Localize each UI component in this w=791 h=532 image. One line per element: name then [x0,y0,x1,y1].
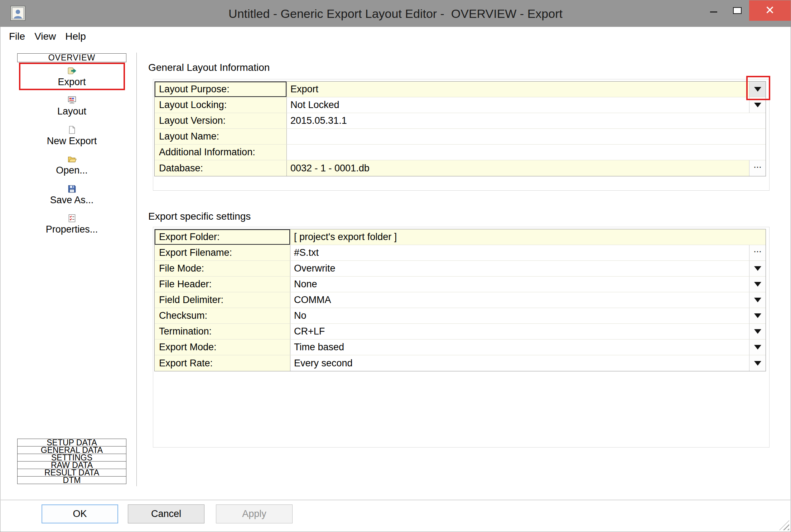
table-row-layout-locking: Layout Locking:Not Locked [155,97,766,113]
window-title: Untitled - Generic Export Layout Editor … [0,0,791,27]
general-section-title: General Layout Information [148,62,270,73]
value-export-mode[interactable]: Time based [290,340,749,355]
dropdown-export-mode[interactable] [749,340,766,355]
table-row-layout-purpose: Layout Purpose:Export [155,82,766,97]
menu-bar: FileViewHelp [1,27,790,46]
footer-divider [1,500,790,500]
table-row-file-header: File Header:None [155,277,766,292]
dropdown-termination[interactable] [749,324,766,339]
sidebar-item-new-export[interactable]: New Export [17,123,126,149]
table-row-database: Database:0032 - 1 - 0001.db... [155,160,766,176]
dropdown-file-header[interactable] [749,277,766,292]
sidebar-main-divider [136,53,137,486]
sidebar-item-label: Save As... [50,195,94,206]
value-layout-locking[interactable]: Not Locked [287,97,749,113]
value-layout-version[interactable]: 2015.05.31.1 [287,113,766,128]
value-additional-information[interactable] [287,145,766,160]
minimize-button[interactable] [702,0,725,21]
sidebar-item-label: New Export [47,136,97,147]
label-export-mode: Export Mode: [155,340,290,355]
table-row-field-delimiter: Field Delimiter:COMMA [155,292,766,308]
sidebar: OVERVIEW ExportLayoutNew ExportOpen...Sa… [17,53,126,493]
table-row-checksum: Checksum:No [155,308,766,324]
dropdown-checksum[interactable] [749,308,766,323]
dropdown-export-rate[interactable] [749,355,766,371]
minimize-icon [710,11,717,13]
value-export-folder[interactable]: [ project's export folder ] [290,229,766,245]
chevron-down-icon [754,345,761,350]
table-row-export-rate: Export Rate:Every second [155,355,766,371]
sidebar-item-layout[interactable]: Layout [17,93,126,119]
dropdown-file-mode[interactable] [749,261,766,276]
title-bar[interactable]: Untitled - Generic Export Layout Editor … [0,0,791,27]
browse-database[interactable]: ... [749,160,766,176]
table-row-export-mode: Export Mode:Time based [155,340,766,355]
menu-file[interactable]: File [4,29,30,44]
properties-icon [67,214,77,223]
value-file-header[interactable]: None [290,277,749,292]
label-export-folder: Export Folder: [155,229,290,245]
value-layout-purpose[interactable]: Export [287,82,749,97]
label-checksum: Checksum: [155,308,290,323]
apply-button[interactable]: Apply [216,504,293,523]
sidebar-item-properties[interactable]: Properties... [17,211,126,238]
layout-icon [67,96,77,105]
sidebar-item-label: Properties... [46,224,98,235]
sidebar-item-label: Layout [57,106,86,117]
label-layout-locking: Layout Locking: [155,97,287,113]
label-layout-version: Layout Version: [155,113,287,128]
value-file-mode[interactable]: Overwrite [290,261,749,276]
general-info-table: Layout Purpose:ExportLayout Locking:Not … [154,81,766,176]
label-file-header: File Header: [155,277,290,292]
export-section-title: Export specific settings [148,211,251,222]
label-layout-name: Layout Name: [155,129,287,144]
sidebar-tab-dtm[interactable]: DTM [17,476,126,484]
value-termination[interactable]: CR+LF [290,324,749,339]
chevron-down-icon [754,266,761,271]
maximize-icon [733,7,742,14]
maximize-button[interactable] [725,0,749,21]
value-database[interactable]: 0032 - 1 - 0001.db [287,160,749,176]
dropdown-field-delimiter[interactable] [749,292,766,308]
value-export-filename[interactable]: #S.txt [290,245,749,260]
new-export-icon [67,125,77,135]
chevron-down-icon [754,361,761,366]
sidebar-item-open[interactable]: Open... [17,152,126,179]
label-field-delimiter: Field Delimiter: [155,292,290,308]
table-row-layout-version: Layout Version:2015.05.31.1 [155,113,766,129]
sidebar-item-save-as[interactable]: Save As... [17,182,126,208]
save-icon [67,184,77,194]
close-button[interactable]: × [749,0,791,21]
chevron-down-icon [754,329,761,334]
label-database: Database: [155,160,287,176]
label-export-rate: Export Rate: [155,355,290,371]
value-export-rate[interactable]: Every second [290,355,749,371]
resize-grip[interactable] [779,520,789,530]
label-file-mode: File Mode: [155,261,290,276]
chevron-down-icon [754,313,761,318]
annotation-highlight-layout-purpose-dropdown [746,76,770,100]
menu-view[interactable]: View [30,29,61,44]
ok-button[interactable]: OK [42,504,118,523]
value-checksum[interactable]: No [290,308,749,323]
cancel-button[interactable]: Cancel [128,504,204,523]
export-settings-table: Export Folder:[ project's export folder … [154,229,766,371]
browse-export-filename[interactable]: ... [749,245,766,260]
table-row-file-mode: File Mode:Overwrite [155,261,766,277]
menu-help[interactable]: Help [61,29,91,44]
close-icon: × [766,3,775,18]
sidebar-bottom-tabs: SETUP DATAGENERAL DATASETTINGSRAW DATARE… [17,439,126,484]
value-field-delimiter[interactable]: COMMA [290,292,749,308]
table-row-export-folder: Export Folder:[ project's export folder … [155,229,766,245]
label-export-filename: Export Filename: [155,245,290,260]
table-row-additional-information: Additional Information: [155,145,766,160]
chevron-down-icon [754,103,761,107]
sidebar-item-label: Open... [56,165,88,176]
label-layout-purpose: Layout Purpose: [155,82,287,97]
table-row-export-filename: Export Filename:#S.txt... [155,245,766,261]
app-window: Untitled - Generic Export Layout Editor … [0,0,791,532]
label-termination: Termination: [155,324,290,339]
chevron-down-icon [754,298,761,302]
value-layout-name[interactable] [287,129,766,144]
table-row-termination: Termination:CR+LF [155,324,766,340]
